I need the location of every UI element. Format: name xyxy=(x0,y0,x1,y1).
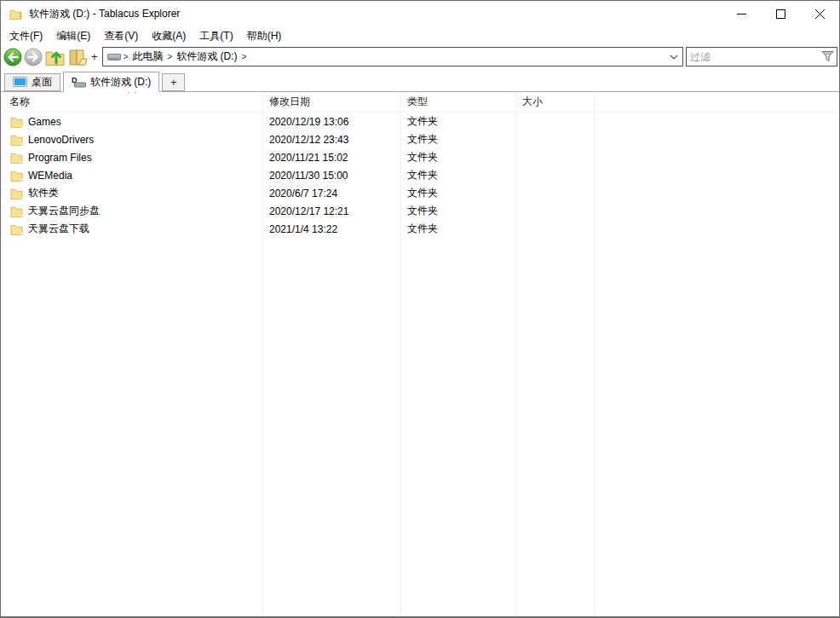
minimize-button[interactable] xyxy=(722,1,761,26)
breadcrumb-this-pc[interactable]: 此电脑 xyxy=(130,49,164,65)
table-row[interactable]: 软件类 2020/6/7 17:24 文件夹 xyxy=(1,184,839,202)
menu-favorites[interactable]: 收藏(A) xyxy=(145,27,193,45)
app-window: 软件游戏 (D:) - Tablacus Explorer 文件(F) 编辑(E… xyxy=(0,0,840,618)
folder-icon xyxy=(10,205,23,217)
file-type: 文件夹 xyxy=(400,150,515,165)
close-icon xyxy=(815,9,825,19)
file-name: 软件类 xyxy=(28,186,59,200)
folder-icon xyxy=(10,152,23,164)
file-modified: 2020/11/30 15:00 xyxy=(262,170,400,182)
file-modified: 2020/11/21 15:02 xyxy=(262,152,400,164)
maximize-button[interactable] xyxy=(761,1,800,26)
filter-box xyxy=(686,47,837,66)
file-name: 天翼云盘下载 xyxy=(28,222,89,236)
menu-bar: 文件(F) 编辑(E) 查看(V) 收藏(A) 工具(T) 帮助(H) xyxy=(1,26,839,45)
filter-input[interactable] xyxy=(687,48,837,66)
table-row[interactable]: Games 2020/12/19 13:06 文件夹 xyxy=(1,113,839,130)
sort-ascending-icon xyxy=(127,92,138,94)
window-title: 软件游戏 (D:) - Tablacus Explorer xyxy=(29,7,722,21)
file-type: 文件夹 xyxy=(400,168,515,182)
file-type: 文件夹 xyxy=(400,114,515,129)
file-name: LenovoDrivers xyxy=(28,134,94,146)
column-header-type[interactable]: 类型 xyxy=(400,95,515,109)
file-type: 文件夹 xyxy=(400,186,515,200)
table-row[interactable]: WEMedia 2020/11/30 15:00 文件夹 xyxy=(1,166,839,184)
title-bar: 软件游戏 (D:) - Tablacus Explorer xyxy=(1,1,839,26)
folder-icon xyxy=(10,116,23,128)
column-header-name[interactable]: 名称 xyxy=(1,95,262,109)
column-header-size[interactable]: 大小 xyxy=(515,95,594,109)
breadcrumb-chevron: > xyxy=(164,52,175,61)
column-header-row: 名称 修改日期 类型 大小 xyxy=(1,92,839,113)
close-button[interactable] xyxy=(800,1,839,26)
menu-help[interactable]: 帮助(H) xyxy=(240,27,289,45)
breadcrumb-chevron: > xyxy=(121,52,131,61)
forward-button[interactable] xyxy=(24,48,43,66)
file-name: Games xyxy=(28,116,61,128)
desktop-icon xyxy=(13,77,27,88)
plus-icon: + xyxy=(91,50,98,63)
tab-bar: 桌面 D 软件游戏 (D:) + xyxy=(1,70,839,92)
breadcrumb-current-drive[interactable]: 软件游戏 (D:) xyxy=(175,49,239,65)
toolbar: + > 此电脑 > 软件游戏 (D:) > xyxy=(1,45,839,70)
file-type: 文件夹 xyxy=(400,132,515,147)
folder-icon xyxy=(10,223,23,235)
address-bar[interactable]: > 此电脑 > 软件游戏 (D:) > xyxy=(102,47,683,66)
location-drive-icon xyxy=(107,52,121,61)
table-row[interactable]: Program Files 2020/11/21 15:02 文件夹 xyxy=(1,148,839,166)
tab-current-drive[interactable]: D 软件游戏 (D:) xyxy=(63,72,159,92)
new-tab-plus-button[interactable]: + xyxy=(162,73,185,91)
folder-icon xyxy=(10,134,23,146)
file-name: 天翼云盘同步盘 xyxy=(28,204,100,218)
filter-funnel-icon xyxy=(821,50,834,65)
file-list-pane: 名称 修改日期 类型 大小 Games 2020/12/19 13:06 文件夹… xyxy=(1,92,839,616)
column-separator[interactable] xyxy=(262,92,263,616)
column-separator[interactable] xyxy=(515,92,516,616)
up-button[interactable] xyxy=(44,47,66,67)
breadcrumb-chevron: > xyxy=(239,52,250,61)
table-row[interactable]: LenovoDrivers 2020/12/12 23:43 文件夹 xyxy=(1,130,839,148)
file-modified: 2020/12/19 13:06 xyxy=(262,116,400,128)
tab-desktop[interactable]: 桌面 xyxy=(4,73,60,91)
file-name: WEMedia xyxy=(28,170,72,182)
window-controls xyxy=(722,1,839,26)
folder-icon xyxy=(10,170,23,182)
chevron-down-icon xyxy=(670,55,678,60)
tab-label: 软件游戏 (D:) xyxy=(90,75,151,90)
menu-edit[interactable]: 编辑(E) xyxy=(49,27,97,45)
menu-tools[interactable]: 工具(T) xyxy=(193,27,239,45)
back-icon xyxy=(3,48,22,66)
file-modified: 2020/12/12 23:43 xyxy=(262,134,400,146)
tab-label: 桌面 xyxy=(32,75,52,90)
minimize-icon xyxy=(737,9,746,19)
maximize-icon xyxy=(776,9,785,19)
menu-view[interactable]: 查看(V) xyxy=(97,27,145,45)
app-folder-icon xyxy=(9,8,22,20)
file-type: 文件夹 xyxy=(400,204,515,218)
table-row[interactable]: 天翼云盘下载 2021/1/4 13:22 文件夹 xyxy=(1,220,839,238)
back-button[interactable] xyxy=(3,48,22,66)
file-modified: 2020/6/7 17:24 xyxy=(262,188,400,199)
file-modified: 2021/1/4 13:22 xyxy=(262,223,400,235)
forward-icon xyxy=(24,48,43,66)
address-dropdown-button[interactable] xyxy=(668,55,680,60)
menu-file[interactable]: 文件(F) xyxy=(3,27,49,45)
folders-icon xyxy=(67,47,90,67)
file-name: Program Files xyxy=(28,152,92,164)
tab-plus-label: + xyxy=(170,76,177,89)
new-tab-button[interactable]: + xyxy=(67,47,101,67)
table-row[interactable]: 天翼云盘同步盘 2020/12/17 12:21 文件夹 xyxy=(1,202,839,220)
file-modified: 2020/12/17 12:21 xyxy=(262,205,400,217)
drive-icon: D xyxy=(72,76,86,88)
file-type: 文件夹 xyxy=(400,222,515,236)
up-folder-icon xyxy=(44,47,66,67)
folder-icon xyxy=(10,188,23,199)
column-separator[interactable] xyxy=(400,92,401,616)
column-separator[interactable] xyxy=(594,92,595,616)
column-header-modified[interactable]: 修改日期 xyxy=(262,95,400,109)
